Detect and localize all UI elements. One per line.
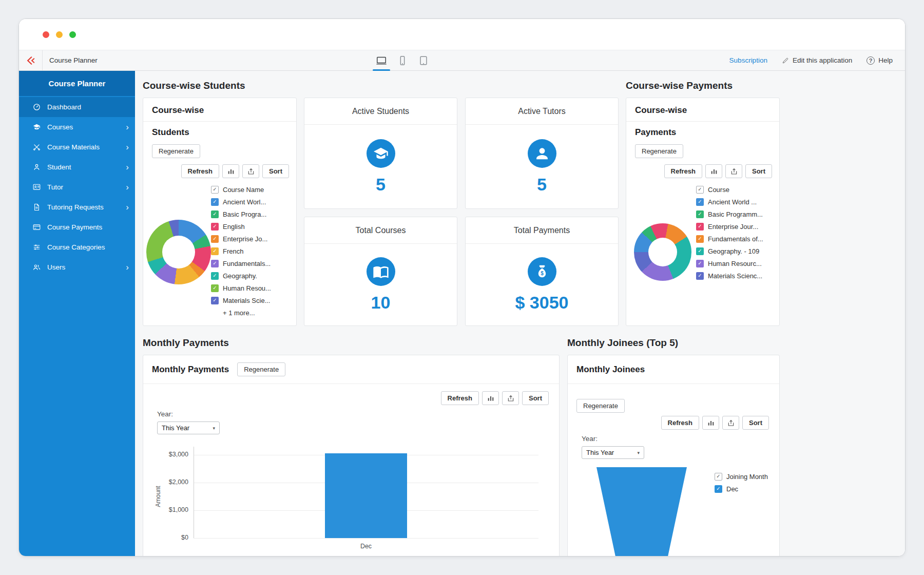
sidebar-item-tutor[interactable]: Tutor› [19, 177, 135, 197]
legend-label: Ancient World ... [708, 198, 757, 206]
sort-button[interactable]: Sort [745, 164, 772, 178]
legend-item-fundamentals-of[interactable]: ✓Fundamentals of... [696, 233, 774, 245]
legend-item-french[interactable]: ✓French [211, 245, 291, 257]
legend-item-geography-109[interactable]: ✓Geography. - 109 [696, 245, 774, 257]
stat-value: $ 3050 [515, 293, 569, 313]
legend-item-materials-scienc[interactable]: ✓Materials Scienc... [696, 270, 774, 282]
sidebar-item-label: Course Payments [47, 223, 102, 231]
sidebar-item-student[interactable]: Student› [19, 157, 135, 177]
stats-grid: Active Students5Active Tutors5Total Cour… [304, 98, 619, 326]
help-button[interactable]: ? Help [867, 56, 893, 65]
students-chart-legend: ✓Course Name✓Ancient Worl...✓Basic Progr… [211, 182, 291, 321]
legend-label: English [223, 223, 245, 231]
students-donut-chart[interactable] [146, 220, 211, 284]
legend-header[interactable]: ✓Joining Month [715, 470, 778, 483]
sidebar-item-users[interactable]: Users› [19, 257, 135, 277]
legend-item-dec[interactable]: ✓Dec [715, 483, 778, 495]
export-button[interactable] [502, 391, 519, 405]
window-zoom-button[interactable] [69, 31, 76, 38]
monthly-payments-bar-chart: $3,000$2,000$1,000$0DecAmount [143, 443, 559, 556]
regenerate-button[interactable]: Regenerate [152, 144, 200, 158]
widget-title-line1: Course-wise [143, 98, 296, 122]
refresh-button[interactable]: Refresh [664, 164, 702, 178]
money-icon: $ [528, 257, 556, 286]
chart-type-button[interactable] [705, 164, 722, 178]
regenerate-button[interactable]: Regenerate [237, 362, 285, 376]
edit-application-button[interactable]: Edit this application [782, 56, 852, 64]
sidebar-item-tutoring-requests[interactable]: Tutoring Requests› [19, 197, 135, 217]
app-logo-icon[interactable] [19, 50, 43, 70]
legend-item-human-resourc[interactable]: ✓Human Resourc... [696, 257, 774, 270]
app-name: Course Planner [49, 56, 98, 64]
section-heading-monthly-joinees: Monthly Joinees (Top 5) [567, 335, 780, 351]
payments-donut-chart[interactable] [634, 223, 691, 281]
legend-item-materials-scie[interactable]: ✓Materials Scie... [211, 294, 291, 306]
checkbox-checked-icon: ✓ [696, 247, 704, 255]
export-button[interactable] [242, 164, 259, 178]
legend-label: Human Resourc... [708, 260, 762, 267]
legend-item-geography[interactable]: ✓Geography. [211, 270, 291, 282]
export-button[interactable] [725, 164, 742, 178]
chart-type-button[interactable] [702, 416, 719, 430]
legend-item-ancient-world[interactable]: ✓Ancient World ... [696, 196, 774, 208]
legend-item-basic-progra[interactable]: ✓Basic Progra... [211, 208, 291, 220]
edit-application-label: Edit this application [793, 56, 852, 64]
chevron-right-icon: › [126, 143, 129, 151]
chevron-down-icon: ▾ [213, 426, 215, 431]
checkbox-checked-icon: ✓ [211, 210, 219, 218]
legend-label: Geography. - 109 [708, 247, 759, 255]
year-select[interactable]: This Year ▾ [157, 421, 220, 434]
chevron-right-icon: › [126, 263, 129, 272]
sort-button[interactable]: Sort [262, 164, 289, 178]
window-minimize-button[interactable] [56, 31, 63, 38]
year-select[interactable]: This Year ▾ [582, 446, 644, 459]
payments-icon [32, 223, 41, 232]
phone-view-icon[interactable] [396, 54, 409, 67]
legend-item-human-resou[interactable]: ✓Human Resou... [211, 282, 291, 294]
chevron-down-icon: ▾ [637, 450, 640, 455]
bar-dec[interactable] [325, 453, 407, 538]
refresh-button[interactable]: Refresh [181, 164, 219, 178]
device-preview-switcher [375, 50, 430, 70]
sidebar-item-course-payments[interactable]: Course Payments [19, 217, 135, 237]
sidebar-item-dashboard[interactable]: Dashboard [19, 97, 135, 117]
chart-type-button[interactable] [482, 391, 499, 405]
sidebar-item-courses[interactable]: Courses› [19, 117, 135, 137]
sort-button[interactable]: Sort [522, 391, 549, 405]
chart-type-button[interactable] [222, 164, 239, 178]
legend-item-fundamentals[interactable]: ✓Fundamentals... [211, 257, 291, 270]
legend-item-basic-programm[interactable]: ✓Basic Programm... [696, 208, 774, 220]
legend-more-link[interactable]: + 1 more... [211, 306, 291, 319]
legend-item-english[interactable]: ✓English [211, 220, 291, 233]
sidebar-item-course-categories[interactable]: Course Categories [19, 237, 135, 257]
pencil-icon [782, 57, 789, 64]
legend-item-enterprise-jour[interactable]: ✓Enterprise Jour... [696, 220, 774, 233]
legend-header-label: Joining Month [726, 473, 768, 481]
sort-button[interactable]: Sort [742, 416, 769, 430]
desktop-view-icon[interactable] [375, 54, 388, 67]
regenerate-button[interactable]: Regenerate [635, 144, 683, 158]
refresh-button[interactable]: Refresh [441, 391, 479, 405]
refresh-button[interactable]: Refresh [661, 416, 699, 430]
legend-label: Enterprise Jour... [708, 223, 758, 231]
regenerate-button[interactable]: Regenerate [576, 399, 625, 413]
legend-item-enterprise-jo[interactable]: ✓Enterprise Jo... [211, 233, 291, 245]
subscription-link[interactable]: Subscription [729, 56, 767, 64]
export-button[interactable] [722, 416, 739, 430]
window-close-button[interactable] [43, 31, 49, 38]
appbar-right-actions: Subscription Edit this application ? Hel… [729, 56, 905, 65]
stat-card-total-payments: Total Payments$$ 3050 [465, 217, 619, 326]
legend-item-ancient-worl[interactable]: ✓Ancient Worl... [211, 196, 291, 208]
checkbox-checked-icon: ✓ [211, 284, 219, 292]
legend-header[interactable]: ✓Course Name [211, 183, 291, 196]
sidebar-nav: DashboardCourses›Course Materials›Studen… [19, 96, 135, 277]
x-axis-label: Dec [325, 543, 407, 550]
funnel-segment-dec[interactable] [596, 467, 687, 556]
person-icon [528, 139, 556, 168]
legend-header[interactable]: ✓Course [696, 183, 774, 196]
sidebar-item-course-materials[interactable]: Course Materials› [19, 137, 135, 157]
tablet-view-icon[interactable] [417, 54, 430, 67]
year-select-value: This Year [586, 449, 614, 456]
widget-title-line1: Course-wise [626, 98, 779, 122]
svg-text:$: $ [541, 271, 544, 276]
